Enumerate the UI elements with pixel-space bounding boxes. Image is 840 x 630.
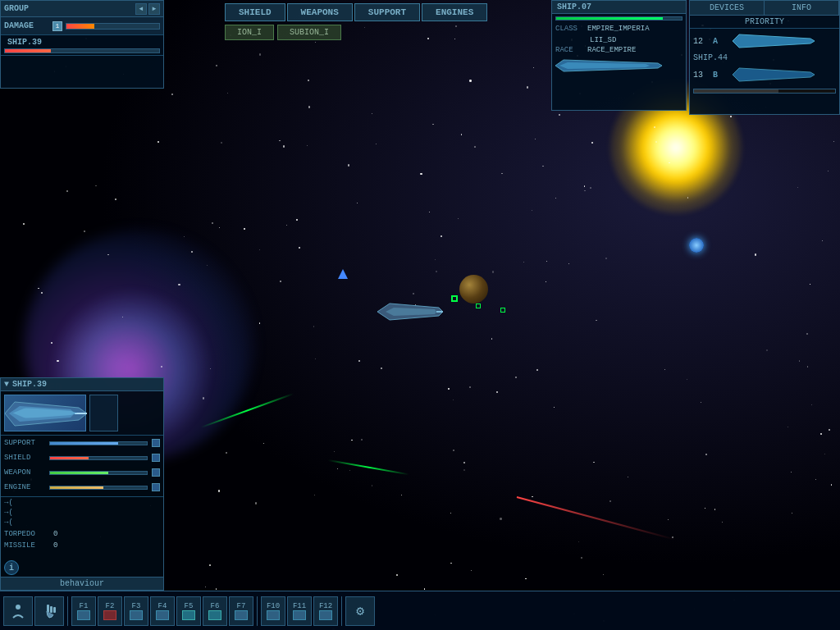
star [184,236,185,237]
fn-f4[interactable]: F4 [150,596,175,626]
star [259,249,260,250]
star [791,472,792,472]
star [450,563,451,564]
devices-panel: DEVICES INFO PRIORITY 12 A SHIP.44 13 B [689,0,840,115]
svg-rect-13 [53,607,56,613]
ship39-label: SHIP.39 [4,36,45,48]
star [535,139,536,139]
stat-label-weapon: WEAPON [4,468,47,477]
fn-f10-icon [267,610,280,620]
torpedo-value: 0 [53,530,57,538]
fn-f7-icon [235,610,248,620]
priority-letter-1: A [713,37,729,46]
race-row: RACE RACE_EMPIRE [552,44,686,56]
sphere-object [459,275,488,304]
star [797,187,798,188]
star [584,190,586,192]
star [461,134,463,135]
class-value: EMPIRE_IMPERIA [587,25,650,33]
star [372,113,373,115]
star [555,198,556,199]
star [581,557,582,558]
fn-f2-icon [103,610,116,620]
fn-f12[interactable]: F12 [313,596,338,626]
tab-info[interactable]: INFO [765,1,839,15]
fn-f2[interactable]: F2 [98,596,122,626]
race-value: RACE_EMPIRE [587,46,636,54]
next-arrow[interactable]: ► [148,3,160,15]
star [584,185,586,187]
tab-weapons[interactable]: WEAPONS [287,3,353,21]
star [158,141,159,143]
main-tabs: SHIELD WEAPONS SUPPORT ENGINES [221,0,550,25]
target-marker-3 [500,308,505,313]
ship-image-area [1,391,163,436]
sub-tab-subion[interactable]: SUBION_I [277,25,341,40]
star [218,490,220,491]
tab-support[interactable]: SUPPORT [354,3,420,21]
fn-f7[interactable]: F7 [229,596,253,626]
torpedo-missile-row: TORPEDO 0 [1,528,163,540]
star [593,462,594,463]
main-tabs-panel: SHIELD WEAPONS SUPPORT ENGINES ION_I SUB… [221,0,550,41]
star [401,495,402,495]
fn-f3[interactable]: F3 [124,596,148,626]
fn-f11[interactable]: F11 [287,596,312,626]
star [115,199,116,200]
star [308,106,310,107]
damage-bar-fill [66,24,94,29]
tab-shield[interactable]: SHIELD [225,3,285,21]
shield-bar [555,16,682,21]
fn-f12-icon [319,610,332,620]
fn-f5[interactable]: F5 [176,596,201,626]
star [806,333,808,335]
star [527,86,528,88]
stat-icon-engine [152,483,160,491]
behaviour-button[interactable]: behaviour [1,577,163,590]
star [307,145,308,146]
torpedo-indicator-1: →( [4,499,160,507]
stat-support: SUPPORT [1,436,163,450]
star [705,454,707,455]
star [263,443,264,444]
star [216,65,217,66]
fn-f5-icon [182,610,195,620]
star [171,94,173,95]
priority-num-1: 12 [693,37,710,46]
info-button[interactable]: i [4,560,19,575]
star [687,379,687,380]
fn-f1[interactable]: F1 [71,596,96,626]
fn-f11-icon [293,610,306,620]
torpedo-row: →( →( →( [1,496,163,528]
star [203,397,204,399]
star [279,140,280,141]
bb-icon-gear[interactable]: ⚙ [345,596,375,626]
class-row: CLASS EMPIRE_IMPERIA [552,23,686,34]
stat-bar-engine [49,486,148,490]
star [357,203,358,203]
star [525,578,527,580]
class-value2: LII_SD [590,36,616,44]
fn-f10[interactable]: F10 [261,596,285,626]
damage-row: DAMAGE 1 [1,17,163,35]
star [314,495,315,495]
prev-arrow[interactable]: ◄ [135,3,147,15]
star [578,541,580,543]
star [463,469,465,471]
star [361,439,363,441]
star [84,231,85,232]
star [259,53,261,55]
bb-icon-person[interactable] [3,596,33,626]
star [829,429,830,431]
star [453,399,454,400]
fn-f6[interactable]: F6 [203,596,227,626]
star [349,470,350,471]
tab-devices[interactable]: DEVICES [690,1,765,15]
tab-engines[interactable]: ENGINES [422,3,487,21]
bb-icon-hand[interactable] [34,596,64,626]
sub-tab-ion[interactable]: ION_I [225,25,274,40]
torpedo-area: →( →( →( [4,499,160,527]
star [308,80,309,81]
star [722,522,724,523]
devices-header: DEVICES INFO [690,1,839,16]
